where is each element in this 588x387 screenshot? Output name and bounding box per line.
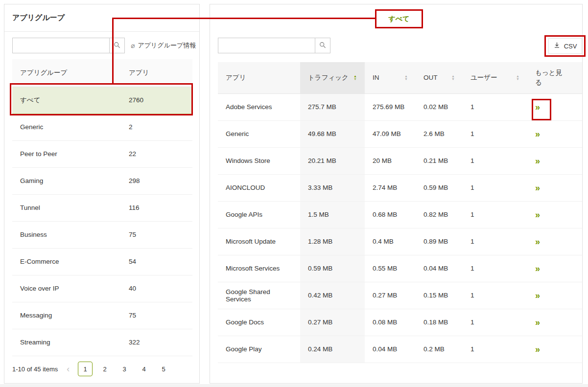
more-details-chevron-icon[interactable]: » <box>535 156 540 166</box>
users-cell: 1 <box>463 255 527 282</box>
more-details-chevron-icon[interactable]: » <box>535 237 540 247</box>
more-details-chevron-icon[interactable]: » <box>535 183 540 193</box>
column-header-in-label: IN <box>373 74 379 81</box>
search-icon <box>319 42 326 50</box>
app-group-name-cell: Business <box>12 221 121 248</box>
column-header-out[interactable]: OUT ▲ ▼ <box>416 62 463 93</box>
page-button-1[interactable]: 1 <box>78 362 93 376</box>
in-cell: 0.55 MB <box>365 255 416 282</box>
users-cell: 1 <box>463 120 527 147</box>
users-cell: 1 <box>463 201 527 228</box>
selected-group-label: すべて <box>375 9 423 28</box>
app-traffic-table: アプリ トラフィック ▲ ▼ IN ▲ <box>218 62 582 363</box>
app-search-input[interactable] <box>218 38 315 53</box>
app-group-search-input[interactable] <box>12 38 109 53</box>
app-group-row[interactable]: Voice over IP 40 <box>12 275 192 302</box>
app-group-row[interactable]: すべて 2760 <box>12 87 192 114</box>
in-cell: 0.27 MB <box>365 282 416 309</box>
traffic-cell: 3.33 MB <box>300 174 365 201</box>
csv-download-button[interactable]: CSV <box>548 38 582 54</box>
more-details-chevron-icon[interactable]: » <box>535 318 540 327</box>
app-name-cell: AIONCLOUD <box>218 174 300 201</box>
app-row: Google Docs 0.27 MB 0.08 MB 0.18 MB 1 » <box>218 309 582 336</box>
app-group-count-cell: 116 <box>121 194 192 221</box>
column-header-app: アプリ <box>218 62 300 93</box>
page-button-5[interactable]: 5 <box>156 362 171 376</box>
search-icon <box>114 42 120 50</box>
in-cell: 0.68 MB <box>365 201 416 228</box>
users-cell: 1 <box>463 174 527 201</box>
app-row: Windows Store 20.21 MB 20 MB 0.21 MB 1 » <box>218 147 582 174</box>
app-name-cell: Google Shared Services <box>218 282 300 309</box>
more-details-chevron-icon[interactable]: » <box>535 344 540 354</box>
app-group-name-cell: Generic <box>12 114 121 140</box>
out-cell: 0.82 MB <box>416 201 463 228</box>
app-name-cell: Microsoft Update <box>218 228 300 255</box>
app-group-info-link-label: アプリグループ情報 <box>138 41 196 50</box>
out-cell: 2.6 MB <box>416 120 463 147</box>
app-row: Google Shared Services 0.42 MB 0.27 MB 0… <box>218 282 582 309</box>
app-group-name-cell: Streaming <box>12 329 121 356</box>
app-group-row[interactable]: Tunnel 116 <box>12 194 192 221</box>
in-cell: 0.04 MB <box>365 336 416 363</box>
app-group-row[interactable]: E-Commerce 54 <box>12 248 192 275</box>
page-button-3[interactable]: 3 <box>117 362 132 376</box>
more-details-chevron-icon[interactable]: » <box>535 264 540 273</box>
users-cell: 1 <box>463 147 527 174</box>
app-group-row[interactable]: Gaming 298 <box>12 167 192 194</box>
app-row: Adobe Services 275.7 MB 275.69 MB 0.02 M… <box>218 93 582 120</box>
out-cell: 0.21 MB <box>416 147 463 174</box>
page-button-2[interactable]: 2 <box>97 362 112 376</box>
app-group-count-cell: 2 <box>121 114 192 140</box>
app-group-count-cell: 22 <box>121 140 192 167</box>
app-search-button[interactable] <box>315 38 330 53</box>
column-header-users-label: ユーザー <box>470 73 497 82</box>
previous-page-chevron-icon[interactable]: ‹ <box>67 364 70 373</box>
app-group-row[interactable]: Messaging 75 <box>12 302 192 329</box>
column-header-users[interactable]: ユーザー ▲ ▼ <box>463 62 527 93</box>
column-header-in[interactable]: IN ▲ ▼ <box>365 62 416 93</box>
more-details-chevron-icon[interactable]: » <box>535 102 540 112</box>
more-details-chevron-icon[interactable]: » <box>535 129 540 139</box>
link-icon: ⌀ <box>131 42 135 49</box>
in-cell: 47.09 MB <box>365 120 416 147</box>
selected-group-label-text: すべて <box>389 15 410 23</box>
app-group-row[interactable]: Business 75 <box>12 221 192 248</box>
users-cell: 1 <box>463 228 527 255</box>
app-group-toolbar: ⌀ アプリグループ情報 <box>4 32 199 59</box>
app-group-count-cell: 2760 <box>121 87 192 114</box>
in-cell: 275.69 MB <box>365 93 416 120</box>
csv-button-label: CSV <box>564 43 577 50</box>
app-table-header-row: アプリ トラフィック ▲ ▼ IN ▲ <box>218 62 582 93</box>
out-cell: 0.59 MB <box>416 174 463 201</box>
app-row: Microsoft Services 0.59 MB 0.55 MB 0.04 … <box>218 255 582 282</box>
app-name-cell: Generic <box>218 120 300 147</box>
app-group-row[interactable]: Streaming 322 <box>12 329 192 356</box>
app-group-row[interactable]: Generic 2 <box>12 114 192 140</box>
column-header-more: もっと見る <box>527 62 582 93</box>
more-details-chevron-icon[interactable]: » <box>535 291 540 300</box>
traffic-cell: 1.5 MB <box>300 201 365 228</box>
app-group-count-cell: 298 <box>121 167 192 194</box>
traffic-cell: 275.7 MB <box>300 93 365 120</box>
app-search-box <box>218 38 330 53</box>
in-cell: 20 MB <box>365 147 416 174</box>
app-group-name-cell: Peer to Peer <box>12 140 121 167</box>
out-cell: 0.02 MB <box>416 93 463 120</box>
column-header-traffic[interactable]: トラフィック ▲ ▼ <box>300 62 365 93</box>
app-row: Google APIs 1.5 MB 0.68 MB 0.82 MB 1 » <box>218 201 582 228</box>
users-cell: 1 <box>463 309 527 336</box>
out-cell: 0.18 MB <box>416 309 463 336</box>
app-name-cell: Adobe Services <box>218 93 300 120</box>
app-group-row[interactable]: Peer to Peer 22 <box>12 140 192 167</box>
more-details-chevron-icon[interactable]: » <box>535 210 540 220</box>
app-group-search-button[interactable] <box>109 38 125 53</box>
out-cell: 0.04 MB <box>416 255 463 282</box>
app-traffic-panel: すべて CSV ア <box>210 4 583 384</box>
app-group-info-link[interactable]: ⌀ アプリグループ情報 <box>131 41 196 50</box>
page-button-4[interactable]: 4 <box>137 362 151 376</box>
traffic-cell: 49.68 MB <box>300 120 365 147</box>
in-cell: 2.74 MB <box>365 174 416 201</box>
panel-title: アプリグループ <box>4 4 199 32</box>
out-cell: 0.2 MB <box>416 336 463 363</box>
